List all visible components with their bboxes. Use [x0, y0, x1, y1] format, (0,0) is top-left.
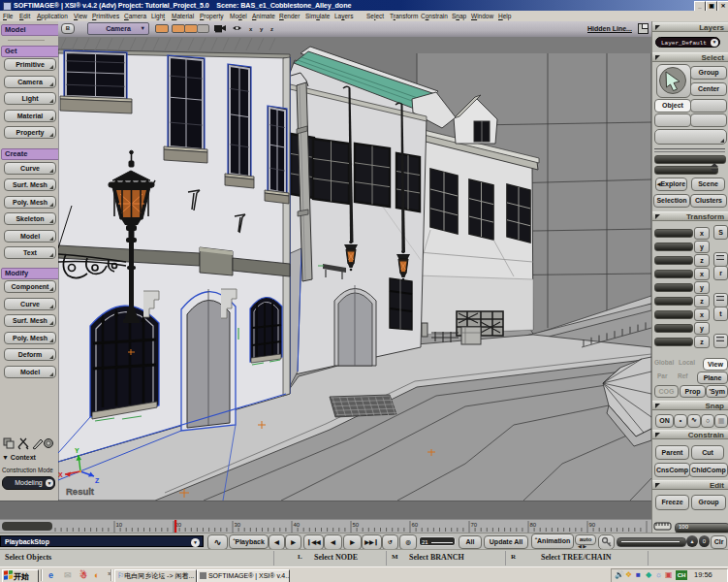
svg-text:60: 60: [412, 522, 419, 528]
svg-text:40: 40: [294, 522, 301, 528]
svg-text:X: X: [58, 471, 63, 478]
svg-text:10: 10: [116, 522, 123, 528]
svg-text:Y: Y: [75, 447, 79, 454]
svg-text:x y z: x y z: [249, 26, 276, 32]
svg-text:80: 80: [530, 522, 537, 528]
svg-text:30: 30: [235, 522, 241, 528]
svg-text:50: 50: [353, 522, 360, 528]
svg-text:Result: Result: [66, 486, 95, 497]
svg-text:70: 70: [471, 522, 478, 528]
svg-text:Z: Z: [95, 477, 100, 484]
svg-text:90: 90: [589, 522, 596, 528]
